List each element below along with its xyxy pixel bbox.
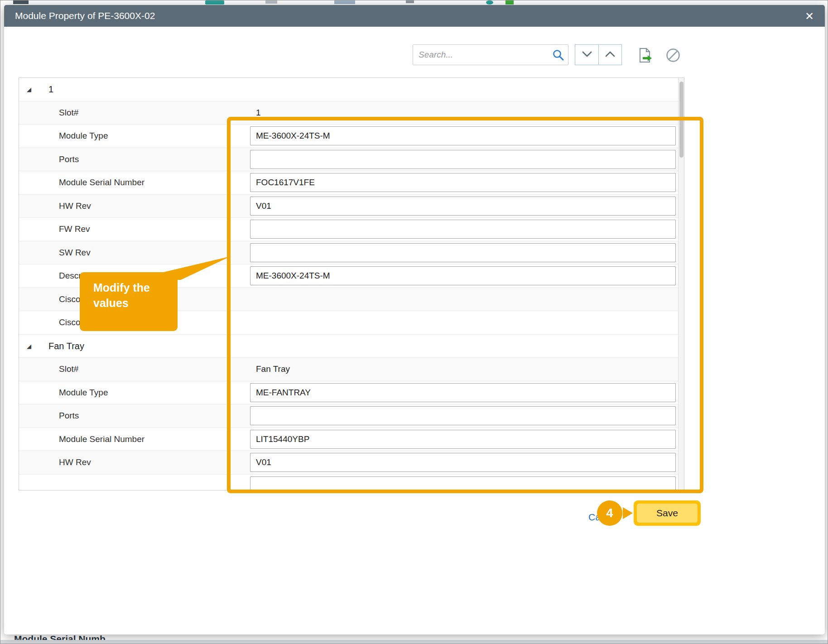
row-label: Cisco: [59, 294, 81, 304]
step-badge: 4: [597, 500, 622, 526]
row-label: Module Serial Number: [59, 434, 144, 444]
collapse-triangle-icon[interactable]: ◢: [27, 342, 31, 349]
hw-rev-input[interactable]: [250, 197, 676, 216]
step-number: 4: [606, 506, 613, 520]
expand-all-button[interactable]: [598, 45, 621, 65]
group-header-row[interactable]: ◢ 1: [19, 78, 684, 101]
background-bottom-band: [0, 640, 828, 644]
collapse-all-button[interactable]: [575, 45, 598, 65]
row-label: Module Type: [59, 131, 108, 141]
row-label: HW Rev: [59, 457, 91, 467]
table-row: Slot# Fan Tray: [19, 358, 684, 381]
row-label: Slot#: [59, 108, 78, 118]
save-button[interactable]: Save: [637, 504, 698, 523]
row-label: Ports: [59, 411, 79, 421]
module-type-input[interactable]: [250, 126, 676, 145]
table-row: Module Type: [19, 381, 684, 405]
search-input[interactable]: [413, 45, 560, 65]
table-row: FW Rev: [19, 218, 684, 241]
row-label: HW Rev: [59, 201, 91, 211]
dialog-title: Module Property of PE-3600X-02: [15, 5, 155, 27]
vertical-scrollbar[interactable]: [678, 78, 684, 490]
step-arrow-icon: [623, 507, 633, 519]
search-box: [413, 44, 568, 65]
page: Module Serial Numb Module Property of PE…: [0, 0, 828, 644]
callout-bubble: Modify the values: [80, 272, 178, 331]
row-label: SW Rev: [59, 248, 91, 258]
expand-collapse-button-group: [575, 44, 622, 65]
table-row: Module Serial Number: [19, 428, 684, 452]
table-row: HW Rev: [19, 451, 684, 475]
sw-rev-input[interactable]: [250, 243, 676, 262]
table-row-partial: [19, 475, 684, 491]
table-row: Module Type: [19, 125, 684, 148]
ports-input[interactable]: [250, 406, 676, 425]
group-label: 1: [48, 84, 53, 95]
background-fragment: [505, 0, 514, 5]
export-icon: [636, 58, 654, 65]
row-label: Slot#: [59, 364, 78, 374]
module-serial-number-input[interactable]: [250, 173, 676, 192]
ports-input[interactable]: [250, 150, 676, 169]
chevron-up-icon: [605, 51, 616, 59]
table-row: Slot# 1: [19, 101, 684, 125]
save-button-highlight: Save: [634, 500, 701, 526]
table-row: Ports: [19, 148, 684, 172]
callout-text: Modify the values: [93, 280, 161, 311]
row-label: FW Rev: [59, 224, 90, 234]
collapse-triangle-icon[interactable]: ◢: [27, 86, 31, 93]
background-fragment: [406, 0, 414, 3]
export-button[interactable]: [636, 47, 654, 64]
search-icon: [552, 49, 564, 63]
row-label: Module Type: [59, 388, 108, 398]
table-row: Ports: [19, 404, 684, 428]
module-serial-number-input[interactable]: [250, 430, 676, 449]
background-fragment: [334, 0, 355, 4]
module-type-input[interactable]: [250, 383, 676, 402]
description-input[interactable]: [250, 266, 676, 285]
group-header-row[interactable]: ◢ Fan Tray: [19, 335, 684, 358]
close-button[interactable]: ✕: [802, 9, 817, 24]
background-fragment: [205, 0, 224, 5]
background-fragment: [265, 0, 277, 4]
row-value: 1: [256, 108, 261, 118]
table-row: HW Rev: [19, 195, 684, 218]
chevron-down-icon: [582, 51, 592, 59]
fw-rev-input[interactable]: [250, 220, 676, 239]
row-label: Cisco: [59, 317, 81, 327]
scrollbar-thumb[interactable]: [679, 82, 684, 158]
group-label: Fan Tray: [48, 341, 84, 351]
clear-slash-icon: [664, 58, 682, 65]
hw-rev-input[interactable]: [250, 453, 676, 472]
background-fragment: [13, 0, 29, 4]
clear-button[interactable]: [664, 47, 682, 64]
table-row: SW Rev: [19, 241, 684, 265]
clipped-input[interactable]: [250, 476, 676, 491]
background-fragment: [486, 0, 493, 5]
dialog-header: Module Property of PE-3600X-02 ✕: [4, 5, 825, 27]
table-row: Module Serial Number: [19, 171, 684, 195]
row-label: Module Serial Number: [59, 178, 144, 187]
module-property-dialog: Module Property of PE-3600X-02 ✕: [4, 5, 825, 634]
row-value: Fan Tray: [256, 364, 290, 374]
row-label: Ports: [59, 154, 79, 164]
